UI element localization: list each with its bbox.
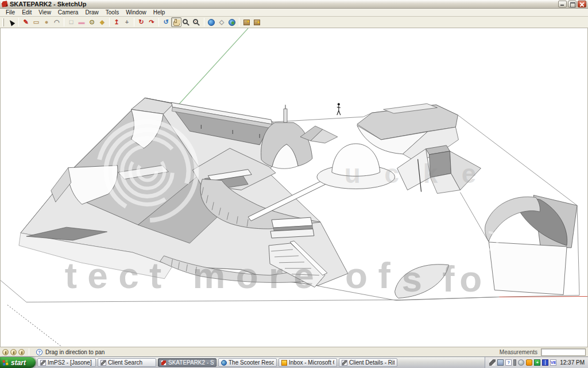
start-button[interactable]: start bbox=[0, 357, 36, 368]
skatepark-model bbox=[1, 98, 587, 347]
place-model-icon bbox=[229, 19, 235, 26]
push-pull-tool-button[interactable]: ↥ bbox=[111, 17, 122, 27]
system-tray: ?+VE 12:37 PM bbox=[485, 357, 588, 368]
share-model-icon bbox=[254, 20, 260, 25]
menu-edit[interactable]: Edit bbox=[18, 9, 35, 17]
restore-button[interactable] bbox=[568, 1, 577, 7]
menu-view[interactable]: View bbox=[35, 9, 55, 17]
help-hint-icon: ? bbox=[36, 349, 42, 355]
make-component-tool-button[interactable]: □ bbox=[66, 17, 76, 27]
sketchup-window: SKATEPARK2 - SketchUp FileEditViewCamera… bbox=[0, 0, 588, 368]
task-label: Inbox - Microsoft Out... bbox=[289, 359, 334, 366]
pan-tool-button[interactable] bbox=[171, 17, 181, 27]
task-buttons: ImPS2 - [Jasone] Frid...Client SearchSKA… bbox=[36, 357, 485, 368]
axes bbox=[174, 28, 248, 109]
app-ve-tray-icon[interactable]: VE bbox=[550, 359, 556, 366]
move-icon: + bbox=[125, 19, 129, 25]
eraser-icon: ▬ bbox=[79, 19, 85, 25]
taskbar-button-inbox-microsoft-out[interactable]: Inbox - Microsoft Out... bbox=[278, 358, 337, 367]
pen-app-icon bbox=[40, 360, 46, 366]
title-bar: SKATEPARK2 - SketchUp bbox=[0, 0, 588, 9]
make-component-icon: □ bbox=[69, 19, 74, 25]
zoom-extents-tool-button[interactable] bbox=[192, 17, 202, 27]
windows-flag-icon bbox=[2, 359, 9, 366]
toolbar-separator bbox=[158, 18, 159, 26]
pen-app-icon bbox=[342, 360, 347, 366]
share-model-tool-button[interactable] bbox=[252, 17, 262, 27]
rectangle-tool-button[interactable]: ▭ bbox=[31, 17, 41, 27]
toolbar-separator bbox=[239, 18, 239, 26]
taskbar-button-client-search[interactable]: Client Search bbox=[98, 358, 156, 367]
toolbar-separator bbox=[134, 18, 134, 26]
pen-tray-icon[interactable] bbox=[489, 359, 496, 366]
display-tray-icon[interactable] bbox=[497, 359, 504, 366]
toolbar-grip[interactable] bbox=[2, 18, 4, 26]
su-app-icon bbox=[161, 360, 167, 366]
pan-icon bbox=[173, 21, 180, 26]
tray-icons: ?+VE bbox=[489, 359, 556, 366]
eraser-tool-button[interactable]: ▬ bbox=[76, 17, 87, 27]
get-current-view-icon bbox=[208, 19, 215, 26]
menu-camera[interactable]: Camera bbox=[55, 9, 82, 17]
place-model-tool-button[interactable] bbox=[227, 17, 237, 27]
messenger-tray-icon[interactable] bbox=[526, 359, 532, 366]
tape-measure-icon: ⊙ bbox=[89, 19, 94, 25]
ol-app-icon bbox=[281, 360, 287, 366]
line-icon: ✎ bbox=[23, 19, 28, 25]
toolbar-separator bbox=[18, 18, 19, 26]
get-current-view-tool-button[interactable] bbox=[206, 17, 216, 27]
task-label: ImPS2 - [Jasone] Frid... bbox=[48, 359, 93, 366]
taskbar-button-client-details-ritter[interactable]: Client Details - Ritter,... bbox=[339, 358, 397, 367]
get-models-tool-button[interactable] bbox=[241, 17, 252, 27]
arc-tool-button[interactable]: ◠ bbox=[52, 17, 62, 27]
tape-measure-tool-button[interactable]: ⊙ bbox=[87, 17, 97, 27]
paint-bucket-tool-button[interactable]: ◆ bbox=[97, 17, 107, 27]
status-orb-3-icon bbox=[18, 349, 25, 355]
status-orb-2-icon bbox=[10, 349, 17, 355]
taskbar-button-skatepark2-sketc[interactable]: SKATEPARK2 - Sketc... bbox=[158, 358, 216, 367]
menu-tools[interactable]: Tools bbox=[102, 9, 122, 17]
help-tray-icon[interactable]: ? bbox=[505, 359, 512, 366]
follow-me-icon: ↷ bbox=[149, 19, 154, 25]
circle-icon: ● bbox=[45, 19, 49, 25]
taskbar-clock: 12:37 PM bbox=[560, 359, 585, 366]
orbit-icon: ↺ bbox=[163, 19, 168, 25]
network-tray-icon[interactable] bbox=[542, 359, 548, 366]
menu-file[interactable]: File bbox=[2, 9, 18, 17]
taskbar-button-the-scooter-resourc[interactable]: The Scooter Resourc... bbox=[218, 358, 277, 367]
device-tray-icon[interactable] bbox=[513, 359, 516, 366]
task-label: Client Search bbox=[108, 359, 142, 366]
line-tool-button[interactable]: ✎ bbox=[21, 17, 31, 27]
arc-icon: ◠ bbox=[54, 19, 60, 25]
follow-me-tool-button[interactable]: ↷ bbox=[146, 17, 157, 27]
antivirus-tray-icon[interactable]: + bbox=[534, 359, 540, 366]
taskbar-button-imps2-jasone-frid[interactable]: ImPS2 - [Jasone] Frid... bbox=[37, 358, 96, 367]
clock-tray-icon[interactable] bbox=[518, 359, 524, 366]
menu-help[interactable]: Help bbox=[150, 9, 169, 17]
pen-app-icon bbox=[100, 360, 106, 366]
task-label: The Scooter Resourc... bbox=[229, 359, 274, 366]
menu-window[interactable]: Window bbox=[122, 9, 150, 17]
taskbar: start ImPS2 - [Jasone] Frid...Client Sea… bbox=[0, 356, 588, 368]
rotate-tool-button[interactable]: ↻ bbox=[136, 17, 146, 27]
zoom-icon bbox=[183, 19, 188, 24]
select-icon bbox=[8, 18, 15, 26]
orbit-tool-button[interactable]: ↺ bbox=[161, 17, 171, 27]
rectangle-icon: ▭ bbox=[33, 19, 39, 25]
viewport-canvas[interactable]: ucke tect more of s fo bbox=[1, 28, 587, 347]
toggle-terrain-tool-button[interactable]: ◇ bbox=[216, 17, 227, 27]
window-title: SKATEPARK2 - SketchUp bbox=[10, 1, 557, 7]
move-tool-button[interactable]: + bbox=[122, 17, 132, 27]
measurements-input[interactable] bbox=[541, 348, 586, 356]
toolbar-separator bbox=[64, 18, 64, 26]
zoom-tool-button[interactable] bbox=[181, 17, 192, 27]
viewport[interactable]: ucke tect more of s fo bbox=[0, 28, 588, 347]
sketchup-logo-icon bbox=[2, 1, 7, 7]
close-button[interactable] bbox=[578, 1, 586, 7]
circle-tool-button[interactable]: ● bbox=[41, 17, 52, 27]
menu-draw[interactable]: Draw bbox=[82, 9, 102, 17]
select-tool-button[interactable] bbox=[6, 17, 17, 27]
task-label: SKATEPARK2 - Sketc... bbox=[168, 359, 214, 366]
minimize-button[interactable] bbox=[558, 1, 567, 7]
ie-app-icon bbox=[221, 360, 227, 366]
